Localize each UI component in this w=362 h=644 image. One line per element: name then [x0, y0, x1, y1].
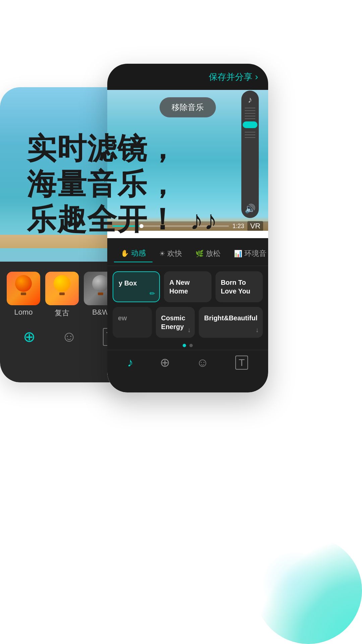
music-item-label-new-home: A New Home: [169, 278, 206, 296]
balloon-vintage: [54, 275, 70, 295]
download-icon-bright: ↓: [255, 326, 259, 334]
remove-music-button[interactable]: 移除音乐: [160, 97, 216, 117]
category-ambient-label: 环境音: [244, 249, 266, 259]
save-share-button[interactable]: 保存并分享 ›: [209, 71, 258, 83]
balloon-lomo: [15, 275, 32, 295]
vr-icon[interactable]: VR: [247, 221, 263, 231]
music-item-label-born-to-love: Born To Love You: [221, 278, 257, 296]
filter-label-vintage: 复古: [55, 308, 69, 318]
filter-label-bw: B&W: [92, 308, 109, 317]
text-toolbar-icon: T: [235, 356, 248, 370]
music-item-label-bright: Bright&Beautiful: [204, 314, 257, 322]
top-bar: 保存并分享 ›: [107, 64, 268, 90]
volume-icon-top: ♪: [248, 95, 252, 105]
toolbar-text-button[interactable]: T: [235, 356, 248, 370]
category-happy[interactable]: ☀ 欢快: [153, 245, 189, 262]
color-filter-icon[interactable]: ⊕: [23, 328, 36, 346]
vol-line: [245, 113, 255, 114]
save-share-label: 保存并分享: [209, 71, 252, 83]
vol-line: [245, 108, 255, 108]
hero-text-block: 实时滤镜， 海量音乐， 乐趣全开！ ♪♪: [27, 131, 218, 237]
hero-line3: 乐趣全开！ ♪♪: [27, 202, 218, 237]
toolbar-stickers-button[interactable]: ☺: [196, 356, 209, 370]
dynamic-icon: ✋: [121, 249, 129, 257]
main-content: 实时滤镜， 海量音乐， 乐趣全开！ ♪♪: [0, 0, 362, 644]
music-item-cosmic[interactable]: Cosmic Energy ↓: [156, 307, 195, 338]
edit-icon: ✏: [149, 289, 155, 298]
vol-line: [245, 118, 255, 119]
download-icon-cosmic: ↓: [187, 326, 191, 334]
vol-line: [245, 132, 255, 132]
vol-line: [245, 110, 255, 111]
vol-handle: [243, 121, 257, 128]
filter-item-lomo[interactable]: Lomo: [7, 272, 40, 318]
category-dynamic-label: 动感: [131, 248, 146, 258]
relax-icon: 🌿: [195, 250, 204, 258]
category-relax-label: 放松: [206, 249, 221, 259]
category-ambient[interactable]: 📊 环境音: [227, 245, 268, 262]
hero-line1: 实时滤镜，: [27, 131, 218, 166]
page-dots: [107, 341, 268, 350]
hero-line2: 海量音乐，: [27, 166, 218, 202]
music-grid-row1: y Box ✏ A New Home Born To Love You: [107, 266, 268, 306]
filter-thumb-img-vintage: [45, 272, 79, 305]
vol-line: [245, 116, 255, 116]
balloon-bw: [92, 275, 109, 295]
music-panel: ✋ 动感 ☀ 欢快 🌿 放松 📊 环境音 ⊕: [107, 238, 268, 392]
music-item-new-home[interactable]: A New Home: [164, 271, 211, 302]
volume-slider[interactable]: ♪ 🔊: [241, 91, 259, 218]
effects-toolbar-icon: ⊕: [160, 356, 170, 370]
stickers-toolbar-icon: ☺: [196, 356, 209, 370]
filter-item-vintage[interactable]: 复古: [45, 272, 79, 318]
chevron-right-icon: ›: [255, 71, 258, 82]
toolbar-effects-button[interactable]: ⊕: [160, 356, 170, 370]
music-item-born-to-love[interactable]: Born To Love You: [216, 271, 263, 302]
sticker-icon[interactable]: ☺: [62, 328, 77, 346]
music-item-label-new-row: ew: [118, 314, 146, 322]
music-item-bright[interactable]: Bright&Beautiful ↓: [199, 307, 263, 338]
music-item-label-mystery-box: y Box: [119, 279, 154, 287]
music-item-new-row[interactable]: ew: [113, 307, 152, 338]
progress-time: 1:23: [232, 223, 244, 230]
category-relax[interactable]: 🌿 放松: [189, 245, 227, 262]
dot-2: [189, 344, 193, 347]
music-grid-row2: ew Cosmic Energy ↓ Bright&Beautiful ↓: [107, 306, 268, 341]
volume-icon-bottom: 🔊: [245, 204, 255, 214]
vol-line: [245, 137, 255, 138]
music-categories: ✋ 动感 ☀ 欢快 🌿 放松 📊 环境音 ⊕: [107, 238, 268, 266]
bottom-toolbar: ♪ ⊕ ☺ T: [107, 350, 268, 375]
dot-1: [183, 344, 186, 347]
category-dynamic[interactable]: ✋ 动感: [114, 245, 153, 262]
filter-thumb-img-lomo: [7, 272, 40, 305]
vol-handle-line: [245, 124, 255, 125]
music-note-icon: ♪♪: [190, 204, 218, 236]
music-item-mystery-box[interactable]: y Box ✏: [113, 271, 160, 302]
music-item-label-cosmic: Cosmic Energy: [161, 314, 190, 331]
music-toolbar-icon: ♪: [127, 356, 133, 370]
filter-label-lomo: Lomo: [14, 308, 33, 317]
toolbar-music-button[interactable]: ♪: [127, 356, 133, 370]
vol-line: [245, 135, 255, 135]
happy-icon: ☀: [159, 250, 165, 258]
ambient-icon: 📊: [234, 250, 242, 258]
category-happy-label: 欢快: [167, 249, 182, 259]
